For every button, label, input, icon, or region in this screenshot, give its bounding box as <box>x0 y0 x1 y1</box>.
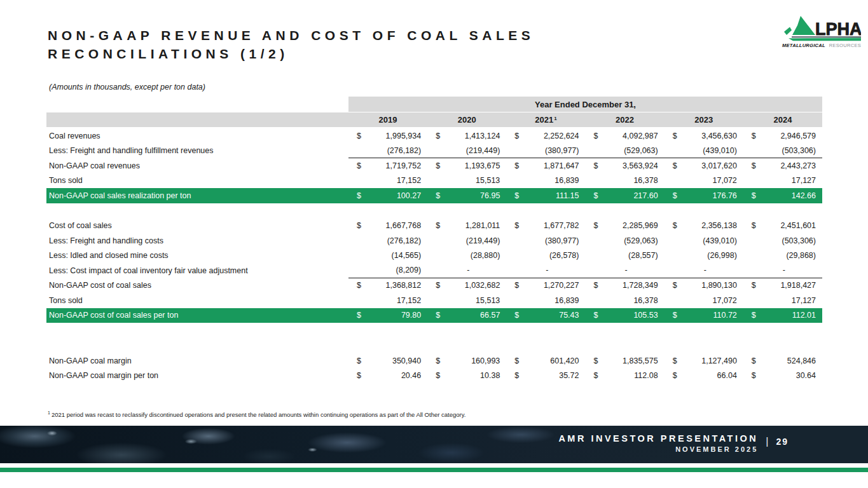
cell-value: 16,839 <box>506 173 585 189</box>
cell-value: $1,871,647 <box>506 158 585 173</box>
cell-value: $1,719,752 <box>348 158 427 173</box>
cell-value: $524,846 <box>743 353 822 369</box>
row-label: Cost of coal sales <box>46 219 348 234</box>
logo-underline-green <box>789 38 861 41</box>
cell-value: $66.57 <box>427 308 506 323</box>
cell-value: 15,513 <box>427 293 506 308</box>
cell-value: (503,306) <box>743 233 822 248</box>
cell-value: (503,306) <box>743 144 822 159</box>
cell-value: (439,010) <box>665 144 743 159</box>
year-header-2023: 2023 <box>665 112 743 127</box>
footer-text: AMR INVESTOR PRESENTATION NOVEMBER 2025 … <box>558 433 789 453</box>
logo-wordmark-text: LPHA <box>815 20 861 39</box>
cell-value: $160,993 <box>427 353 506 369</box>
cell-value: (219,449) <box>427 144 506 159</box>
row-label: Non-GAAP coal revenues <box>46 158 348 173</box>
cell-value: 17,152 <box>348 293 427 308</box>
cell-value: (529,063) <box>585 233 664 248</box>
bottom-green-bar <box>0 468 868 472</box>
row-label: Non-GAAP coal margin <box>46 353 348 369</box>
cell-value: $4,092,987 <box>585 128 664 144</box>
table-year-header-row: 2019202020211202220232024 <box>46 112 822 127</box>
table-row: Non-GAAP cost of coal sales$1,368,812$1,… <box>46 278 822 294</box>
logo-subtext-light: RESOURCES <box>829 43 861 48</box>
cell-value: - <box>743 263 822 278</box>
cell-value: $2,443,273 <box>743 158 822 173</box>
footer-separator: | <box>766 433 768 447</box>
cell-value: $2,946,579 <box>743 128 822 144</box>
amounts-note: (Amounts in thousands, except per ton da… <box>49 83 205 92</box>
footer-presentation-date: NOVEMBER 2025 <box>558 445 758 453</box>
row-label: Less: Idled and closed mine costs <box>46 248 348 264</box>
cell-value: $1,918,427 <box>743 278 822 294</box>
table-row: Non-GAAP coal margin$350,940$160,993$601… <box>46 353 822 369</box>
cell-value: 17,072 <box>665 173 743 189</box>
slide-root: NON-GAAP REVENUE AND COST OF COAL SALES … <box>0 0 868 488</box>
cell-value: (276,182) <box>348 233 427 248</box>
table-row: Tons sold17,15215,51316,83916,37817,0721… <box>46 293 822 308</box>
table-row: Cost of coal sales$1,667,768$1,281,011$1… <box>46 219 822 234</box>
row-label: Coal revenues <box>46 128 348 144</box>
cell-value: 17,127 <box>743 173 822 189</box>
cell-value: $112.01 <box>743 308 822 323</box>
year-header-2022: 2022 <box>585 112 664 127</box>
cell-value: (439,010) <box>665 233 743 248</box>
row-label: Less: Freight and handling fulfillment r… <box>46 144 348 159</box>
cell-value: $111.15 <box>506 188 585 203</box>
cell-value: $3,456,630 <box>665 128 743 144</box>
cell-value: $1,728,349 <box>585 278 664 294</box>
cell-value: (26,998) <box>665 248 743 264</box>
cell-value: (28,557) <box>585 248 664 264</box>
cell-value: $217.60 <box>585 188 664 203</box>
logo-wedge-icon <box>784 27 792 36</box>
row-label: Non-GAAP coal sales realization per ton <box>46 188 348 203</box>
table-row: Less: Freight and handling costs(276,182… <box>46 233 822 248</box>
cell-value: 17,072 <box>665 293 743 308</box>
cell-value: $1,270,227 <box>506 278 585 294</box>
page-number: 29 <box>776 433 789 447</box>
footer-presentation-title: AMR INVESTOR PRESENTATION <box>558 433 758 444</box>
cell-value: - <box>506 263 585 278</box>
footnote: 12021 period was recast to reclassify di… <box>48 410 465 418</box>
cell-value: $105.53 <box>585 308 664 323</box>
cell-value: $1,127,490 <box>665 353 743 369</box>
table-spacer <box>46 203 822 219</box>
cell-value: $1,413,124 <box>427 128 506 144</box>
cell-value: (276,182) <box>348 144 427 159</box>
table-row-highlight: Non-GAAP coal sales realization per ton$… <box>46 188 822 203</box>
page-title: NON-GAAP REVENUE AND COST OF COAL SALES … <box>48 27 534 63</box>
row-label: Tons sold <box>46 173 348 189</box>
cell-value: $1,890,130 <box>665 278 743 294</box>
row-label: Non-GAAP cost of coal sales per ton <box>46 308 348 323</box>
cell-value: 15,513 <box>427 173 506 189</box>
year-header-2024: 2024 <box>743 112 822 127</box>
cell-value: $1,667,768 <box>348 219 427 234</box>
footer-lines: AMR INVESTOR PRESENTATION NOVEMBER 2025 <box>558 433 758 453</box>
year-header-spacer <box>46 112 348 127</box>
page-title-line2: RECONCILIATIONS (1/2) <box>48 45 534 64</box>
row-label: Non-GAAP coal margin per ton <box>46 369 348 384</box>
cell-value: $10.38 <box>427 369 506 384</box>
cell-value: $176.76 <box>665 188 743 203</box>
page-title-line1: NON-GAAP REVENUE AND COST OF COAL SALES <box>48 27 534 45</box>
cell-value: 16,378 <box>585 293 664 308</box>
cell-value: - <box>585 263 664 278</box>
row-label: Tons sold <box>46 293 348 308</box>
cell-value: (380,977) <box>506 233 585 248</box>
cell-value: (8,209) <box>348 263 427 278</box>
cell-value: $2,285,969 <box>585 219 664 234</box>
logo-triangle-icon <box>792 16 815 35</box>
cell-value: $3,563,924 <box>585 158 664 173</box>
cell-value: $2,356,138 <box>665 219 743 234</box>
cell-value: (529,063) <box>585 144 664 159</box>
cell-value: $100.27 <box>348 188 427 203</box>
table-row: Less: Cost impact of coal inventory fair… <box>46 263 822 278</box>
cell-value: 17,152 <box>348 173 427 189</box>
cell-value: 16,839 <box>506 293 585 308</box>
cell-value: $2,451,601 <box>743 219 822 234</box>
cell-value: $601,420 <box>506 353 585 369</box>
cell-value: $66.04 <box>665 369 743 384</box>
cell-value: $1,368,812 <box>348 278 427 294</box>
alpha-logo: LPHA METALLURGICAL RESOURCES <box>782 15 861 48</box>
table-group-header: Year Ended December 31, <box>348 97 822 112</box>
